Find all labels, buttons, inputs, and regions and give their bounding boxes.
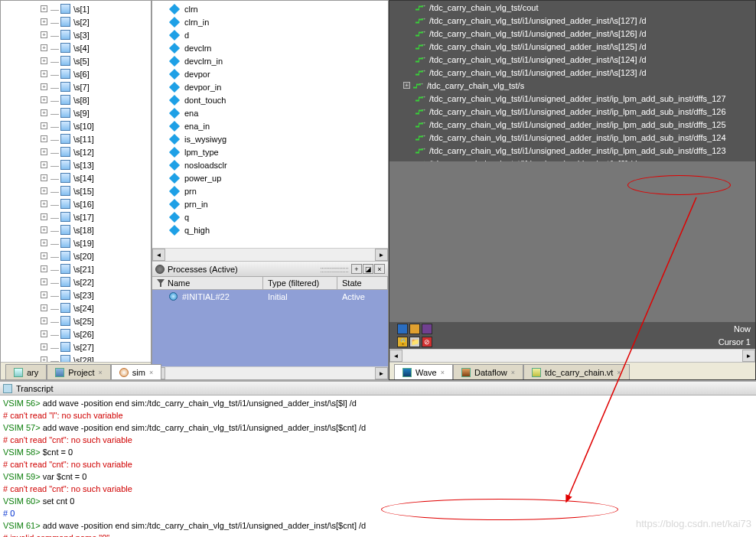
expander-icon[interactable]: + (41, 83, 47, 90)
wave-row[interactable]: /tdc_carry_chain_vlg_tst/i1/unsigned_add… (389, 105, 755, 118)
expander-icon[interactable]: + (41, 187, 47, 194)
wave-row[interactable]: +/tdc_carry_chain_vlg_tst/s (389, 79, 755, 92)
dock-button[interactable]: ◪ (363, 264, 373, 274)
wave-row[interactable]: /tdc_carry_chain_vlg_tst/i1/unsigned_add… (389, 53, 755, 66)
mid-row[interactable]: nosloadsclr (168, 158, 388, 171)
tree-row[interactable]: +—\s[16] (41, 197, 151, 210)
wave-hscroll[interactable]: ◄ ► (389, 349, 755, 362)
close-button[interactable]: × (374, 264, 385, 274)
mid-row[interactable]: ena (168, 106, 388, 119)
wave-row[interactable]: /tdc_carry_chain_vlg_tst/i1/unsigned_add… (389, 14, 755, 27)
expander-icon[interactable]: + (41, 18, 47, 25)
scroll-track[interactable] (165, 249, 375, 261)
mid-row[interactable]: devclrn_in (168, 54, 388, 67)
tree-row[interactable]: +—\s[8] (41, 93, 151, 106)
scroll-track[interactable] (402, 350, 742, 362)
wave-row[interactable]: /tdc_carry_chain_vlg_tst/i1/unsigned_add… (389, 40, 755, 53)
wave-row[interactable]: /tdc_carry_chain_vlg_tst/i1/unsigned_add… (389, 118, 755, 131)
wave-signal-list[interactable]: /tdc_carry_chain_vlg_tst/cout/tdc_carry_… (389, 1, 755, 161)
expander-icon[interactable]: + (41, 96, 47, 103)
tree-row[interactable]: +—\s[21] (41, 262, 151, 275)
tree-row[interactable]: +—\s[20] (41, 249, 151, 262)
expander-icon[interactable]: + (41, 278, 47, 285)
tree-row[interactable]: +—\s[4] (41, 41, 151, 54)
expander-icon[interactable]: + (41, 330, 47, 337)
expander-icon[interactable]: + (41, 265, 47, 272)
transcript-body[interactable]: VSIM 56> add wave -position end sim:/tdc… (0, 395, 756, 537)
mid-row[interactable]: devclrn (168, 41, 388, 54)
expander-icon[interactable]: + (41, 70, 47, 77)
process-row-name[interactable]: #INITIAL#22 (152, 290, 263, 366)
mid-row[interactable]: ena_in (168, 119, 388, 132)
mid-row[interactable]: power_up (168, 171, 388, 184)
expander-icon[interactable]: + (41, 44, 47, 51)
mid-row[interactable]: d (168, 28, 388, 41)
tree-row[interactable]: +—\s[26] (41, 327, 151, 340)
mid-row[interactable]: dont_touch (168, 93, 388, 106)
mid-row[interactable]: clrn (168, 2, 388, 15)
mid-row[interactable]: prn_in (168, 197, 388, 210)
tree-row[interactable]: +—\s[24] (41, 301, 151, 314)
tree-row[interactable]: +—\s[10] (41, 119, 151, 132)
expander-icon[interactable]: + (41, 304, 47, 311)
tree-row[interactable]: +—\s[23] (41, 288, 151, 301)
lock-icon[interactable]: 🔒 (397, 337, 408, 347)
close-icon[interactable]: × (617, 369, 621, 376)
stop-icon[interactable]: ⊘ (422, 337, 432, 347)
mid-signal-list[interactable]: clrnclrn_inddevclrndevclrn_indevpordevpo… (152, 1, 388, 236)
tree-row[interactable]: +—\s[17] (41, 210, 151, 223)
wave-row[interactable]: /tdc_carry_chain_vlg_tst/i1/unsigned_add… (389, 144, 755, 157)
expander-icon[interactable]: + (41, 148, 47, 155)
close-icon[interactable]: × (511, 369, 515, 376)
expander-icon[interactable]: + (41, 161, 47, 168)
tree-row[interactable]: +—\s[5] (41, 54, 151, 67)
close-icon[interactable]: × (149, 369, 153, 376)
wave-empty-area[interactable] (389, 161, 755, 322)
tab-wave[interactable]: Wave× (394, 364, 453, 379)
wave-row[interactable]: /tdc_carry_chain_vlg_tst/i1/unsigned_add… (389, 157, 755, 161)
tree-row[interactable]: +—\s[3] (41, 28, 151, 41)
expander-icon[interactable]: + (41, 213, 47, 220)
expander-icon[interactable]: + (41, 122, 47, 129)
footer-icon-1[interactable] (397, 324, 408, 334)
tab-dataflow[interactable]: Dataflow× (453, 364, 523, 379)
footer-icon-3[interactable] (422, 324, 432, 334)
tree-row[interactable]: +—\s[25] (41, 314, 151, 327)
tab-sim[interactable]: sim× (111, 364, 161, 379)
tree-row[interactable]: +—\s[2] (41, 15, 151, 28)
mid-row[interactable]: devpor (168, 67, 388, 80)
expander-icon[interactable]: + (403, 82, 410, 89)
tree-row[interactable]: +—\s[11] (41, 132, 151, 145)
wave-row[interactable]: /tdc_carry_chain_vlg_tst/i1/unsigned_add… (389, 27, 755, 40)
col-name[interactable]: Name (152, 277, 263, 289)
mid-hscroll[interactable]: ◄ ► (152, 248, 388, 261)
scroll-track[interactable] (165, 367, 375, 379)
mid-row[interactable]: is_wysiwyg (168, 132, 388, 145)
mid-row[interactable]: q (168, 210, 388, 223)
scroll-left-icon[interactable]: ◄ (389, 350, 402, 362)
tree-row[interactable]: +—\s[19] (41, 236, 151, 249)
scroll-left-icon[interactable]: ◄ (152, 249, 165, 261)
expander-icon[interactable]: + (41, 174, 47, 181)
close-icon[interactable]: × (441, 369, 445, 376)
tree-row[interactable]: +—\s[28] (41, 353, 151, 362)
expander-icon[interactable]: + (41, 57, 47, 64)
col-type[interactable]: Type (filtered) (263, 277, 337, 289)
expander-icon[interactable]: + (41, 252, 47, 259)
tab-ary[interactable]: ary (5, 364, 47, 379)
wave-row[interactable]: /tdc_carry_chain_vlg_tst/i1/unsigned_add… (389, 66, 755, 79)
mid-row[interactable]: q_high (168, 223, 388, 236)
processes-body[interactable]: #INITIAL#22 Initial Active (152, 290, 388, 366)
expander-icon[interactable]: + (41, 317, 47, 324)
tree-row[interactable]: +—\s[15] (41, 184, 151, 197)
tree-row[interactable]: +—\s[9] (41, 106, 151, 119)
expander-icon[interactable]: + (41, 239, 47, 246)
expander-icon[interactable]: + (41, 343, 47, 350)
tree-row[interactable]: +—\s[13] (41, 158, 151, 171)
expander-icon[interactable]: + (41, 135, 47, 142)
add-button[interactable]: + (351, 264, 362, 274)
tree-row[interactable]: +—\s[18] (41, 223, 151, 236)
wave-row[interactable]: /tdc_carry_chain_vlg_tst/i1/unsigned_add… (389, 92, 755, 105)
expander-icon[interactable]: + (41, 226, 47, 233)
col-state[interactable]: State (337, 277, 388, 289)
